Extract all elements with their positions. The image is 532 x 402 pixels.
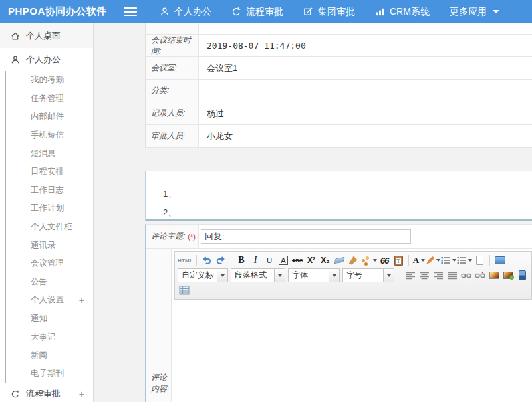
table-row-end-time: 会议结束时间: 2019-08-07 11:47:00 [146,35,532,57]
required-mark: (*) [188,233,196,241]
font-family-select[interactable]: 字体 [288,268,340,282]
image-icon [489,272,499,279]
caret-down-icon [332,274,336,277]
field-label: 评论内容: [146,249,172,402]
paste-button[interactable] [392,254,405,267]
sidebar-item-announcement[interactable]: 公告 [6,273,93,292]
nav-group-approval[interactable]: 集团审批 [303,6,355,18]
nav-more-apps[interactable]: 更多应用 [450,6,499,18]
table-row-category: 分类: [146,80,532,102]
font-border-button[interactable]: A [279,256,287,265]
nav-crm-system[interactable]: CRM系统 [375,6,430,18]
sidebar-item-file-cabinet[interactable]: 个人文件柜 [6,218,93,237]
sidebar-item-personal-office[interactable]: 个人办公 − [0,48,93,71]
sidebar-item-label: 流程审批 [26,388,73,400]
field-value: 杨过 [199,102,532,124]
sidebar-item-schedule[interactable]: 日程安排 [6,163,93,181]
auto-typeset-button[interactable] [360,254,377,267]
caret-down-icon [221,274,225,277]
field-label: 评论主题: [151,231,185,242]
underline-button[interactable]: U [263,254,276,267]
top-navigation-bar: PHPOA协同办公软件 个人办公 流程审批 集团审批 CRM系统 更多应用 [0,0,532,23]
field-value [199,80,532,102]
preview-button[interactable] [493,254,507,267]
sidebar-item-meeting-management[interactable]: 会议管理 [6,254,93,273]
field-value: 小龙女 [199,125,532,147]
collapse-minus-icon[interactable]: − [79,55,84,64]
sidebar-item-personal-settings[interactable]: 个人设置 + [6,291,93,310]
custom-heading-select[interactable]: 自定义标题 [178,268,228,282]
bold-button[interactable]: B [235,254,248,267]
expand-plus-icon[interactable]: + [79,296,84,305]
insert-media-button[interactable] [515,269,529,282]
main-content: 会议结束时间: 2019-08-07 11:47:00 会议室: 会议室1 分类… [94,23,532,402]
eraser-button[interactable] [332,254,346,267]
undo-button[interactable] [200,254,213,267]
sidebar-item-label: 个人办公 [26,54,73,66]
ordered-list-button[interactable] [441,254,456,267]
insert-table-button[interactable] [178,284,191,297]
insert-link-button[interactable] [460,269,473,282]
sidebar-item-contacts[interactable]: 通讯录 [6,236,93,254]
align-justify-button[interactable] [446,269,459,282]
redo-button[interactable] [214,254,227,267]
font-color-button[interactable]: A [412,254,426,267]
sidebar-item-attendance[interactable]: 我的考勤 [6,71,93,90]
align-left-button[interactable] [404,269,417,282]
align-center-button[interactable] [418,269,431,282]
sidebar-item-e-journal[interactable]: 电子期刊 [6,365,93,383]
sidebar-item-workflow-approval[interactable]: 流程审批 + [0,383,93,402]
sidebar-item-task-management[interactable]: 任务管理 [6,90,93,108]
format-brush-button[interactable] [346,254,360,267]
media-icon [519,270,526,280]
table-row [146,23,532,35]
editor-content-area[interactable] [174,300,532,402]
toolbar-row-1: HTML B I U [177,253,529,268]
table-row-recorder: 记录人员: 杨过 [146,102,532,125]
align-right-button[interactable] [432,269,445,282]
superscript-button[interactable]: X² [305,254,318,267]
highlight-color-button[interactable] [426,254,440,267]
nav-workflow-approval[interactable]: 流程审批 [231,6,283,18]
sparkle-icon [362,259,365,262]
blockquote-button[interactable]: 66 [378,254,391,267]
nav-label: CRM系统 [390,6,430,18]
sidebar-item-work-log[interactable]: 工作日志 [6,181,93,200]
italic-button[interactable]: I [249,254,262,267]
sidebar-item-desktop[interactable]: 个人桌面 [0,23,93,48]
unordered-list-button[interactable] [457,254,472,267]
meeting-content-box: 1、 2、 [145,171,532,221]
monitor-icon [495,256,505,264]
sidebar-item-notice[interactable]: 通知 [6,310,93,328]
subscript-button[interactable]: X₂ [319,254,332,267]
sidebar-item-major-events[interactable]: 大事记 [6,328,93,346]
menu-icon[interactable] [124,7,137,16]
sidebar-item-internal-mail[interactable]: 内部邮件 [6,108,93,126]
remove-link-button[interactable] [473,269,487,282]
html-source-button[interactable]: HTML [178,254,193,267]
expand-plus-icon[interactable]: + [79,389,84,399]
comment-subject-input[interactable] [201,229,411,244]
field-label: 会议室: [146,57,199,79]
paragraph-format-select[interactable]: 段落格式 [231,268,285,282]
table-row-meeting-room: 会议室: 会议室1 [146,57,532,80]
toolbar-row-3 [177,283,529,298]
brush-icon [349,256,358,265]
caret-down-icon [468,259,472,262]
strikethrough-button[interactable]: ABC [291,254,304,267]
font-size-select[interactable]: 字号 [342,268,394,282]
editor-toolbar: HTML B I U [174,251,532,300]
nav-personal-office[interactable]: 个人办公 [160,6,211,18]
nav-label: 更多应用 [450,6,487,18]
sidebar-item-sms[interactable]: 手机短信 [6,126,93,145]
new-document-button[interactable] [473,254,486,267]
field-value: 会议室1 [199,57,532,79]
field-label: 分类: [146,80,199,102]
comment-subject-row: 评论主题: (*) [146,225,532,249]
sidebar-item-short-message[interactable]: 短消息 [6,144,93,163]
insert-image-button[interactable] [487,269,501,282]
image-manager-button[interactable] [501,269,515,282]
sidebar-item-news[interactable]: 新闻 [6,346,93,365]
sidebar-item-work-plan[interactable]: 工作计划 [6,199,93,218]
field-label: 会议结束时间: [146,35,199,56]
